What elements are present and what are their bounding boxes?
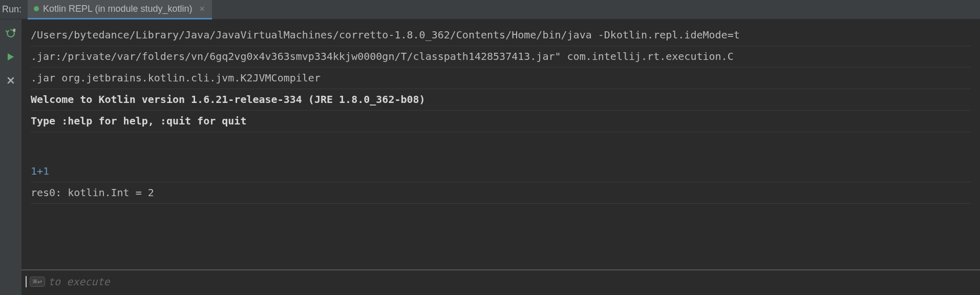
- tab-label: Kotlin REPL (in module study_kotlin): [43, 4, 192, 14]
- main-area: /Users/bytedance/Library/Java/JavaVirtua…: [0, 19, 980, 295]
- output-line: .jar org.jetbrains.kotlin.cli.jvm.K2JVMC…: [31, 70, 971, 87]
- run-toolbar: [0, 19, 22, 295]
- line-separator: [31, 67, 971, 68]
- output-line: .jar:/private/var/folders/vn/6gq2vg0x4v3…: [31, 48, 971, 65]
- svg-rect-0: [13, 29, 15, 32]
- tool-window-header: Run: Kotlin REPL (in module study_kotlin…: [0, 0, 980, 19]
- keyboard-shortcut-hint: ⌘↩: [30, 277, 45, 287]
- output-line: /Users/bytedance/Library/Java/JavaVirtua…: [31, 27, 971, 44]
- tab-kotlin-repl[interactable]: Kotlin REPL (in module study_kotlin) ×: [28, 0, 212, 19]
- input-hint: ⌘↩ to execute: [30, 276, 110, 288]
- line-separator: [31, 203, 971, 204]
- placeholder-text: to execute: [48, 276, 110, 288]
- run-status-dot-icon: [34, 6, 39, 11]
- repl-result: res0: kotlin.Int = 2: [31, 184, 971, 201]
- repl-input-expr: 1+1: [31, 163, 971, 180]
- line-separator: [31, 46, 971, 46]
- run-label: Run:: [0, 4, 28, 15]
- line-separator: [31, 132, 971, 132]
- console-area: /Users/bytedance/Library/Java/JavaVirtua…: [22, 19, 980, 295]
- cursor-icon: [26, 276, 27, 287]
- stop-icon[interactable]: [5, 75, 16, 86]
- rerun-icon[interactable]: [5, 28, 16, 39]
- help-hint-line: Type :help for help, :quit for quit: [31, 113, 971, 130]
- line-separator: [31, 182, 971, 182]
- repl-input-panel[interactable]: ⌘↩ to execute: [22, 269, 980, 295]
- line-separator: [31, 110, 971, 111]
- run-icon[interactable]: [5, 51, 16, 62]
- close-icon[interactable]: ×: [200, 4, 205, 13]
- welcome-line: Welcome to Kotlin version 1.6.21-release…: [31, 91, 971, 108]
- console-output[interactable]: /Users/bytedance/Library/Java/JavaVirtua…: [22, 19, 980, 269]
- blank-line: [31, 134, 971, 149]
- line-separator: [31, 89, 971, 89]
